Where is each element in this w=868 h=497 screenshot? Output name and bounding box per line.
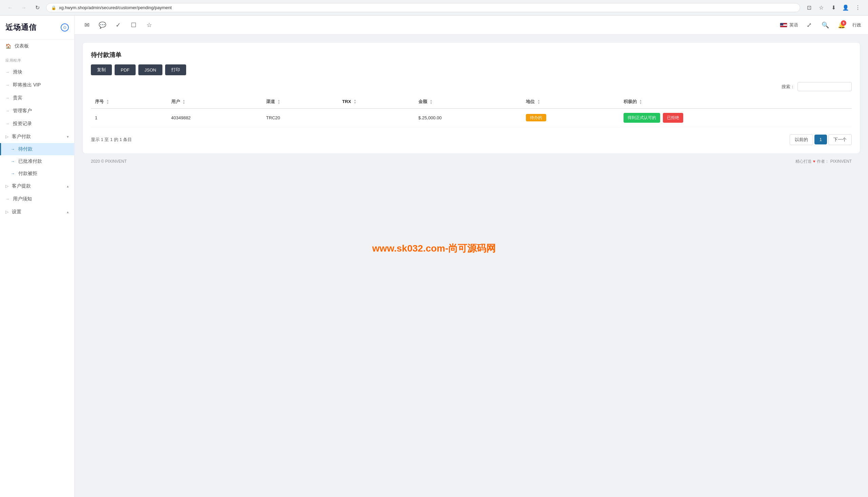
star-icon[interactable]: ☆ [144,20,155,30]
download-button[interactable]: ⬇ [829,3,838,13]
logo-icon: ⊙ [61,24,69,31]
top-bar-right: 英语 ⤢ 🔍 🔔 5 行政 [780,20,861,30]
chat-icon[interactable]: 💬 [97,20,108,30]
sidebar-item-manage-customers[interactable]: → 管理客户 [0,104,74,117]
rejected-payment-label: 付款被拒 [18,171,37,176]
profile-button[interactable]: 👤 [841,3,850,13]
notification-button[interactable]: 🔔 5 [836,20,847,30]
pdf-button[interactable]: PDF [115,65,136,75]
search-input[interactable] [797,82,852,91]
app-layout: 近场通信 ⊙ 🏠 仪表板 应用程序 → 滑块 → 即将推出 VIP → 贵宾 →… [0,16,868,497]
col-seq[interactable]: 序号 ▲▼ [91,95,167,109]
cell-seq: 1 [91,109,167,127]
reject-button[interactable]: 已拒绝 [663,113,683,123]
check-icon[interactable]: ✓ [113,20,124,30]
cell-user: 40349882 [167,109,262,127]
table-header-row: 序号 ▲▼ 用户 ▲▼ 渠道 ▲▼ [91,95,852,109]
author-name: PIXINVENT [830,159,852,164]
search-button[interactable]: 🔍 [820,20,831,30]
customer-payment-label: 客户付款 [12,133,31,140]
made-with-text: 精心打造 [795,159,812,165]
more-button[interactable]: ⋮ [853,3,863,13]
forward-button[interactable]: → [19,3,28,13]
sidebar-item-slides[interactable]: → 滑块 [0,66,74,79]
page-title: 待付款清单 [91,51,852,59]
arrow-icon: → [5,109,10,113]
notification-badge: 5 [841,20,846,26]
heart-icon: ♥ [813,159,815,164]
approve-button[interactable]: 得到正式认可的 [624,113,660,123]
sidebar-item-investment[interactable]: → 投资记录 [0,117,74,130]
cell-channel: TRC20 [262,109,338,127]
json-button[interactable]: JSON [138,65,162,75]
chevron-down-icon: ▾ [67,134,69,139]
pagination-controls: 以前的 1 下一个 [790,134,852,145]
col-status[interactable]: 地位 ▲▼ [522,95,620,109]
sort-icon: ▲▼ [430,99,432,105]
search-label: 搜索： [782,84,795,90]
sidebar-item-pending-payment[interactable]: → 待付款 [0,143,74,155]
col-active[interactable]: 积极的 ▲▼ [620,95,852,109]
page-1-button[interactable]: 1 [814,134,827,144]
address-bar[interactable]: 🔒 xg.hwym.shop/admin/secured/customer/pe… [46,3,800,12]
next-button[interactable]: 下一个 [828,134,852,145]
arrow-icon: → [5,96,10,100]
slides-label: 滑块 [13,69,23,75]
arrow-icon: → [5,197,10,201]
arrow-icon: → [5,70,10,74]
reload-button[interactable]: ↻ [32,3,42,13]
payment-card: 待付款清单 复制 PDF JSON 打印 搜索： 序号 [83,43,860,153]
col-channel[interactable]: 渠道 ▲▼ [262,95,338,109]
sidebar-item-customer-withdrawal[interactable]: ▷ 客户提款 ▴ [0,180,74,193]
fullscreen-button[interactable]: ⤢ [803,20,814,30]
sidebar-item-settings[interactable]: ▷ 设置 ▴ [0,205,74,218]
sidebar-item-user-notice[interactable]: → 用户须知 [0,193,74,205]
sidebar-item-dashboard[interactable]: 🏠 仪表板 [0,40,74,53]
footer: 2020 © PIXINVENT 精心打造 ♥ 作者： PIXINVENT [83,153,860,170]
print-button[interactable]: 打印 [165,65,186,75]
prev-button[interactable]: 以前的 [790,134,813,145]
mail-icon[interactable]: ✉ [81,20,92,30]
vip-label: 即将推出 VIP [13,82,41,88]
sort-icon: ▲▼ [106,99,109,105]
lock-icon: 🔒 [51,5,56,10]
col-user[interactable]: 用户 ▲▼ [167,95,262,109]
arrow-icon: → [11,159,15,164]
arrow-icon: → [5,83,10,87]
sidebar-item-approved-payment[interactable]: → 已批准付款 [0,155,74,168]
sort-icon: ▲▼ [639,99,642,105]
guests-label: 贵宾 [13,95,23,101]
settings-label: 设置 [12,209,22,215]
table-toolbar: 搜索： [91,82,852,91]
back-button[interactable]: ← [5,3,15,13]
cell-amount: $.25,000.00 [414,109,522,127]
play-icon: ▷ [5,134,9,139]
main-content: 待付款清单 复制 PDF JSON 打印 搜索： 序号 [75,34,868,497]
customer-withdrawal-label: 客户提款 [12,183,31,189]
pagination-info: 显示 1 至 1 的 1 条目 [91,137,132,143]
home-icon: 🏠 [5,43,11,49]
browser-actions: ⊡ ☆ ⬇ 👤 ⋮ [804,3,863,13]
admin-label[interactable]: 行政 [852,22,861,28]
data-table: 序号 ▲▼ 用户 ▲▼ 渠道 ▲▼ [91,95,852,127]
cell-status: 待办的 [522,109,620,127]
investment-label: 投资记录 [13,121,32,127]
calendar-icon[interactable]: ☐ [128,20,139,30]
sidebar-item-vip[interactable]: → 即将推出 VIP [0,79,74,91]
sidebar-item-guests[interactable]: → 贵宾 [0,91,74,104]
sidebar-item-customer-payment[interactable]: ▷ 客户付款 ▾ [0,130,74,143]
sidebar-section-label: 应用程序 [0,53,74,66]
chevron-up-icon: ▴ [67,184,69,188]
col-amount[interactable]: 金额 ▲▼ [414,95,522,109]
sidebar-item-rejected-payment[interactable]: → 付款被拒 [0,168,74,180]
footer-right: 精心打造 ♥ 作者： PIXINVENT [795,159,852,165]
table-header: 序号 ▲▼ 用户 ▲▼ 渠道 ▲▼ [91,95,852,109]
copy-button[interactable]: 复制 [91,65,112,75]
col-trx[interactable]: TRX ▲▼ [338,95,414,109]
top-bar-icons: ✉ 💬 ✓ ☐ ☆ [81,20,155,30]
translate-button[interactable]: ⊡ [804,3,814,13]
table-row: 1 40349882 TRC20 $.25,000.00 待办的 得到正式认可的… [91,109,852,127]
language-selector[interactable]: 英语 [780,22,798,28]
bookmark-button[interactable]: ☆ [816,3,826,13]
dashboard-label: 仪表板 [15,43,29,49]
